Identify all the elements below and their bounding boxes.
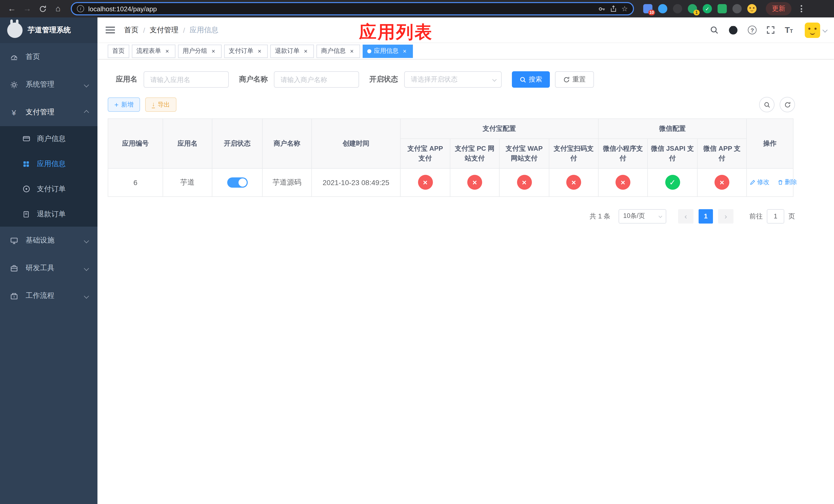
breadcrumb-payment[interactable]: 支付管理 bbox=[150, 25, 178, 35]
chevron-down-icon bbox=[84, 293, 89, 298]
pagination-total: 共 1 条 bbox=[590, 211, 610, 221]
browser-forward-icon[interactable]: → bbox=[21, 2, 34, 15]
prev-page-button[interactable]: ‹ bbox=[678, 209, 694, 223]
sidebar-item-app-info[interactable]: 应用信息 bbox=[0, 151, 97, 176]
status-toggle[interactable] bbox=[227, 177, 247, 187]
toggle-search-button[interactable] bbox=[759, 97, 774, 112]
close-icon[interactable]: × bbox=[256, 47, 263, 54]
breadcrumb-separator: / bbox=[183, 26, 185, 34]
page-size-select[interactable]: 10条/页 bbox=[619, 209, 666, 223]
tab-label: 退款订单 bbox=[275, 47, 300, 55]
edit-button[interactable]: 修改 bbox=[750, 178, 769, 187]
sidebar-item-infrastructure[interactable]: 基础设施 bbox=[0, 227, 97, 254]
monitor-icon bbox=[9, 237, 19, 244]
sidebar-menu: 首页 系统管理 ¥ 支付管理 商户信息 bbox=[0, 43, 97, 310]
breadcrumb-home[interactable]: 首页 bbox=[124, 25, 138, 35]
goto-page-input[interactable] bbox=[767, 209, 784, 223]
wx-jsapi-status-icon: ✓ bbox=[665, 175, 680, 190]
next-page-button[interactable]: › bbox=[718, 209, 733, 223]
extension-check-icon[interactable]: ✓ bbox=[703, 4, 712, 13]
group-header-alipay: 支付宝配置 bbox=[400, 119, 598, 138]
extensions-pin-icon[interactable] bbox=[732, 4, 742, 13]
cell-app-id: 6 bbox=[108, 168, 163, 197]
gear-icon bbox=[9, 81, 19, 88]
menu-label: 首页 bbox=[26, 52, 40, 62]
close-icon[interactable]: × bbox=[302, 47, 309, 54]
annotation-title: 应用列表 bbox=[359, 21, 433, 44]
filter-form: 应用名 商户名称 开启状态 请选择开启状态 搜索 bbox=[108, 71, 795, 88]
export-button[interactable]: ↓ 导出 bbox=[145, 97, 176, 112]
password-key-icon[interactable] bbox=[598, 5, 606, 13]
refresh-button[interactable] bbox=[780, 97, 795, 112]
sidebar-item-merchant-info[interactable]: 商户信息 bbox=[0, 126, 97, 151]
extension-dark-icon[interactable] bbox=[673, 4, 682, 13]
browser-home-icon[interactable]: ⌂ bbox=[51, 2, 65, 15]
tab-home[interactable]: 首页 bbox=[108, 44, 129, 58]
column-header-status: 开启状态 bbox=[212, 119, 262, 168]
tab-process-form[interactable]: 流程表单 × bbox=[132, 44, 175, 58]
app-name-label: 应用名 bbox=[116, 75, 137, 84]
sidebar-item-dev-tools[interactable]: 研发工具 bbox=[0, 254, 97, 282]
sidebar-item-pay-order[interactable]: 支付订单 bbox=[0, 176, 97, 202]
address-bar[interactable]: i localhost:1024/pay/app ☆ bbox=[71, 2, 634, 15]
status-select[interactable]: 请选择开启状态 bbox=[404, 71, 502, 88]
browser-update-button[interactable]: 更新 bbox=[766, 2, 791, 15]
merchant-name-input[interactable] bbox=[274, 71, 359, 88]
browser-reload-icon[interactable] bbox=[36, 2, 49, 15]
delete-button[interactable]: 删除 bbox=[777, 178, 797, 187]
close-icon[interactable]: × bbox=[401, 47, 408, 54]
chevron-up-icon bbox=[84, 110, 89, 115]
card-icon bbox=[22, 135, 31, 142]
tab-label: 商户信息 bbox=[321, 47, 346, 55]
extension-drop-icon[interactable] bbox=[658, 4, 667, 13]
active-tab-dot bbox=[367, 49, 371, 53]
browser-menu-icon[interactable] bbox=[798, 3, 804, 14]
close-icon[interactable]: × bbox=[210, 47, 217, 54]
column-header-wx-mini: 微信小程序支付 bbox=[598, 138, 648, 168]
tab-user-group[interactable]: 用户分组 × bbox=[178, 44, 222, 58]
user-avatar[interactable] bbox=[805, 22, 820, 38]
table-row: 6 芋道 芋道源码 2021-10-23 08:49:25 × × × × × … bbox=[108, 168, 793, 197]
sidebar: 芋道管理系统 首页 系统管理 ¥ 支付管理 bbox=[0, 18, 97, 504]
profile-avatar-icon[interactable] bbox=[747, 4, 756, 13]
tab-refund-order[interactable]: 退款订单 × bbox=[270, 44, 314, 58]
sidebar-item-refund-order[interactable]: 退款订单 bbox=[0, 202, 97, 227]
search-icon[interactable] bbox=[710, 26, 719, 35]
close-icon[interactable]: × bbox=[348, 47, 355, 54]
share-icon[interactable] bbox=[610, 5, 617, 12]
add-button[interactable]: + 新增 bbox=[108, 97, 140, 112]
site-info-icon[interactable]: i bbox=[77, 5, 84, 12]
download-icon: ↓ bbox=[152, 101, 155, 108]
sidebar-item-home[interactable]: 首页 bbox=[0, 43, 97, 71]
extension-badge: 1 bbox=[694, 10, 700, 15]
extension-chat-icon[interactable] bbox=[718, 4, 727, 13]
tab-pay-order[interactable]: 支付订单 × bbox=[224, 44, 268, 58]
page-number-button[interactable]: 1 bbox=[699, 209, 713, 223]
help-icon[interactable]: ? bbox=[748, 26, 756, 35]
reset-button[interactable]: 重置 bbox=[555, 71, 594, 88]
bookmark-star-icon[interactable]: ☆ bbox=[621, 5, 628, 13]
tab-label: 支付订单 bbox=[229, 47, 254, 55]
github-icon[interactable] bbox=[728, 25, 738, 35]
wx-mini-status-icon: × bbox=[615, 175, 630, 190]
main-content: 应用名 商户名称 开启状态 请选择开启状态 搜索 bbox=[97, 60, 834, 504]
sidebar-item-workflow[interactable]: 工作流程 bbox=[0, 282, 97, 310]
user-menu[interactable] bbox=[805, 22, 827, 38]
cell-status bbox=[212, 168, 262, 197]
page-size-value: 10条/页 bbox=[623, 212, 645, 221]
column-header-merchant: 商户名称 bbox=[262, 119, 312, 168]
close-icon[interactable]: × bbox=[163, 47, 171, 54]
extension-avatar-icon[interactable]: 1 bbox=[688, 4, 697, 13]
app-name-input[interactable] bbox=[144, 71, 229, 88]
hamburger-icon[interactable] bbox=[97, 26, 123, 34]
font-size-icon[interactable]: TT bbox=[785, 25, 793, 35]
tab-app-info[interactable]: 应用信息 × bbox=[363, 44, 413, 58]
sidebar-item-payment[interactable]: ¥ 支付管理 bbox=[0, 98, 97, 126]
browser-back-icon[interactable]: ← bbox=[5, 2, 19, 15]
fullscreen-icon[interactable] bbox=[766, 26, 775, 35]
extension-puzzle-icon[interactable]: 10 bbox=[643, 4, 653, 13]
yen-icon: ¥ bbox=[9, 108, 19, 117]
sidebar-item-system[interactable]: 系统管理 bbox=[0, 71, 97, 98]
tab-merchant-info[interactable]: 商户信息 × bbox=[316, 44, 360, 58]
search-button[interactable]: 搜索 bbox=[512, 71, 550, 88]
